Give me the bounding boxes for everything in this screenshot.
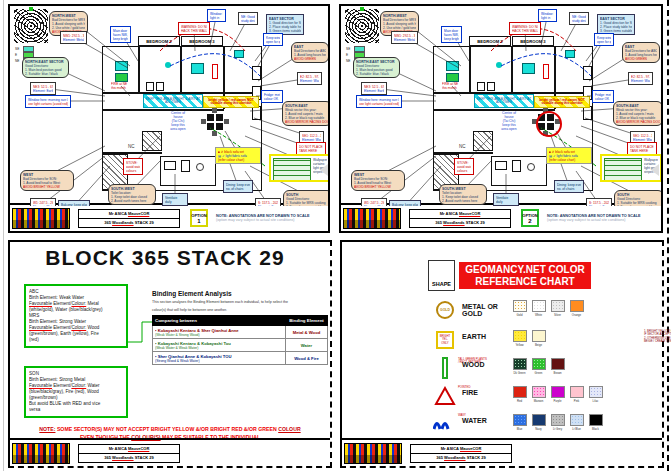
annotation-callout: Window: letlight in bbox=[207, 9, 226, 22]
swatch-label: Navy bbox=[529, 427, 548, 431]
arrow-left-icon bbox=[320, 164, 328, 176]
title-box: Mr ASICA MauveCOR 365 Woodlands STACK 29 bbox=[409, 209, 511, 228]
color-swatch-blue bbox=[513, 414, 527, 426]
plan-panel-option-1: SEENEBEDROOM 2BEDROOM 3NCKEEP THIS AREA … bbox=[8, 4, 330, 233]
color-swatch-maroon bbox=[532, 386, 546, 398]
color-swatch-silver bbox=[551, 300, 565, 312]
callout-line: faces NW, bbox=[113, 33, 128, 37]
callout-line: NE: Good for bbox=[572, 15, 586, 19]
callout-line: use light curtains (avoid red) bbox=[359, 102, 399, 106]
swatch-cell: Lilac bbox=[586, 386, 605, 403]
callout-line: (refer colour chart) bbox=[549, 158, 589, 162]
callout-line: avoid water bbox=[457, 165, 471, 169]
swatch-label: Red bbox=[510, 399, 529, 403]
callout-line: this month bbox=[111, 86, 131, 90]
annotation-callout: W1: 247.5 - 262.5Element: Metal bbox=[30, 198, 56, 206]
element-name-label: WATER bbox=[462, 417, 506, 424]
callout-line: (refer colour chart) bbox=[218, 158, 258, 162]
callout-line: daily bbox=[496, 200, 516, 204]
print-preview-canvas: SEENEBEDROOM 2BEDROOM 3NCKEEP THIS AREA … bbox=[0, 0, 671, 471]
chart-row-earth: BRIGHT YEL. ONLYEARTHYellowBeige1. BRIGH… bbox=[418, 328, 658, 354]
callout-line: AVOID BRIGHT YELLOW bbox=[354, 185, 402, 189]
annotation-callout: Main doorfaces NW,keep bright bbox=[110, 26, 131, 43]
callout-line: 2. Avoid earth tones here bbox=[111, 199, 153, 203]
circle-icon: GOLD bbox=[432, 298, 458, 322]
callout-line: TANK HERE bbox=[630, 149, 654, 153]
callout-line: AVOID MIRROR FACING DOOR bbox=[285, 120, 328, 124]
swatch-label: Yellow bbox=[510, 343, 529, 347]
annotation-callout: Window here: morning sun OK,use light cu… bbox=[25, 95, 71, 108]
swatch-label: Purple bbox=[548, 399, 567, 403]
connector-line bbox=[10, 242, 330, 466]
swatch-cell: Green bbox=[529, 358, 548, 375]
callout-line: study desk bbox=[572, 19, 586, 23]
annotation-callout: FIRE at NEthis month bbox=[109, 80, 133, 91]
color-swatch-black bbox=[589, 414, 603, 426]
element-name-label: FIRE bbox=[462, 389, 506, 396]
swatch-label: Black bbox=[586, 427, 605, 431]
swatch-label: Pink bbox=[567, 399, 586, 403]
callout-line: no. of chairs bbox=[557, 187, 581, 191]
callout-line: SE1: 112.5 - 127.5 bbox=[302, 134, 321, 138]
swatch-cell: Black bbox=[586, 414, 605, 431]
annotation-callout: Fridge: metalcolour OK bbox=[592, 90, 614, 103]
callout-line: Keep window bbox=[266, 36, 280, 40]
swatch-cell: Navy bbox=[529, 414, 548, 431]
callout-line: Element: Wood bbox=[633, 138, 652, 142]
callout-line: Keep window bbox=[597, 36, 611, 40]
color-swatch-green bbox=[532, 358, 546, 370]
striped-sample bbox=[604, 158, 642, 182]
annotation-callout: WARNING: DO NOTHACK THIS WALL bbox=[178, 22, 210, 35]
panel-footer: Mr ASICA MauveCOR 365 Woodlands STACK 29… bbox=[341, 203, 661, 231]
callout-line: S: 157.5 - 202.5 bbox=[589, 201, 609, 205]
swatch-cell: Dk Green bbox=[510, 358, 529, 375]
callout-line: 2. Suitable: blue / black bbox=[25, 72, 66, 76]
geomancy-logo bbox=[343, 208, 401, 229]
callout-line: keep bright bbox=[113, 37, 128, 41]
callout-line: STOVE: bbox=[457, 161, 471, 165]
color-swatch-lilac bbox=[589, 386, 603, 398]
callout-line: open for qi bbox=[266, 40, 280, 44]
callout-line: study desk bbox=[241, 19, 255, 23]
annotation-callout: NE: Good forstudy desk bbox=[238, 12, 258, 25]
callout-line: 2. Fire colours acceptable bbox=[286, 205, 328, 206]
title-box: Mr ASICA MauveCOR 365 Woodlands STACK 29 bbox=[78, 209, 180, 228]
annotation-callout: STOVE:avoid watercolours bbox=[123, 158, 143, 175]
swatch-group: BlueNavyLt GreyLt BlueBlack bbox=[510, 414, 605, 431]
callout-line: NW1: 292.5 - 307.5 bbox=[394, 34, 415, 38]
color-swatch-yellow bbox=[513, 330, 527, 342]
callout-line: NE3: 52.5 - 67.5 bbox=[364, 85, 384, 89]
callout-line: AVOID GREEN bbox=[294, 57, 326, 61]
callout-line: W1: 247.5 - 262.5 bbox=[364, 201, 384, 205]
swatch-cell: Orange bbox=[567, 300, 586, 317]
panel-footer: Mr ASICA MauveCOR 365 Woodlands STACK 29 bbox=[342, 438, 662, 466]
swatch-cell: Silver bbox=[548, 300, 567, 317]
striped-sample bbox=[273, 158, 311, 182]
callout-line: Element: Metal bbox=[33, 205, 53, 207]
swatch-label: Brown bbox=[548, 371, 567, 375]
swatch-group: YellowBeige bbox=[510, 330, 548, 347]
shape-column-header: SHAPE bbox=[428, 260, 455, 291]
chart-title-banner: GEOMANCY.NET COLOR REFERENCE CHART bbox=[459, 262, 591, 289]
callout-line: Dining: keep even bbox=[557, 183, 581, 187]
annotation-callout: Wallpaper /curtains:light greenstripes O… bbox=[600, 154, 661, 182]
annotation-callout: NE: Good forstudy desk bbox=[569, 12, 589, 25]
callout-line: E2: 82.5 - 97.5 bbox=[300, 75, 319, 79]
swatch-cell: Red bbox=[510, 386, 529, 403]
swatch-label: Gold bbox=[510, 313, 529, 317]
element-name-label: EARTH bbox=[462, 333, 506, 340]
callout-line: this month bbox=[442, 86, 462, 90]
title-box: Mr ASICA MauveCOR 365 Woodlands STACK 29 bbox=[410, 444, 512, 463]
callout-line: HACK THIS WALL bbox=[181, 29, 207, 33]
swatch-label: Lt Grey bbox=[548, 427, 567, 431]
callout-line: Fridge: metal bbox=[264, 93, 280, 97]
address-line: 365 Woodlands STACK 29 bbox=[410, 219, 510, 227]
option-1-badge: OPTION 1 bbox=[190, 209, 208, 227]
swatch-cell: Blue bbox=[510, 414, 529, 431]
callout-line: avoid water bbox=[126, 165, 140, 169]
chart-title-line1: GEOMANCY.NET COLOR bbox=[465, 264, 584, 276]
address-line: 365 Woodlands STACK 29 bbox=[411, 454, 511, 462]
annotation-callout: STOVE:avoid watercolours bbox=[454, 158, 474, 175]
color-swatch-red bbox=[513, 386, 527, 398]
callout-line: colours bbox=[126, 169, 140, 173]
